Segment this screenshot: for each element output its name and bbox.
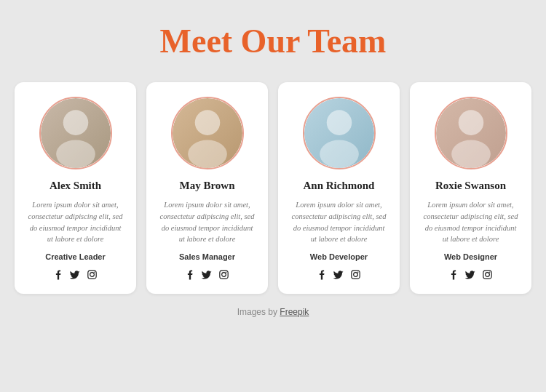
- svg-point-8: [222, 273, 226, 277]
- facebook-icon-ann[interactable]: [317, 270, 326, 282]
- avatar-roxie: [435, 97, 507, 169]
- svg-rect-17: [483, 271, 491, 279]
- avatar-alex: [39, 97, 112, 169]
- member-name-may: May Brown: [180, 180, 235, 192]
- svg-rect-2: [88, 271, 96, 279]
- svg-point-14: [357, 272, 358, 273]
- member-role-alex: Creative Leader: [45, 252, 106, 261]
- avatar-ann: [303, 97, 376, 169]
- facebook-icon-may[interactable]: [186, 270, 194, 282]
- facebook-icon-roxie[interactable]: [449, 270, 458, 282]
- social-icons-ann: [317, 270, 360, 282]
- svg-point-15: [458, 110, 483, 135]
- svg-point-10: [326, 110, 352, 135]
- social-icons-roxie: [449, 270, 492, 282]
- twitter-icon-roxie[interactable]: [465, 270, 475, 282]
- svg-point-16: [451, 140, 491, 168]
- instagram-icon-ann[interactable]: [351, 270, 360, 282]
- team-card-ann: Ann RichmondLorem ipsum dolor sit amet, …: [278, 82, 400, 294]
- twitter-icon-ann[interactable]: [333, 270, 344, 282]
- twitter-icon-alex[interactable]: [70, 270, 80, 282]
- member-bio-alex: Lorem ipsum dolor sit amet, consectetur …: [26, 199, 124, 245]
- svg-point-19: [489, 272, 490, 273]
- svg-point-3: [90, 273, 95, 277]
- member-role-roxie: Web Designer: [444, 252, 497, 261]
- page-title: Meet Our Team: [160, 22, 387, 60]
- member-bio-roxie: Lorem ipsum dolor sit amet, consectetur …: [422, 199, 520, 245]
- member-name-roxie: Roxie Swanson: [435, 180, 506, 192]
- facebook-icon-alex[interactable]: [54, 270, 63, 282]
- avatar-may: [171, 97, 244, 169]
- svg-point-11: [320, 140, 359, 168]
- member-bio-may: Lorem ipsum dolor sit amet, consectetur …: [158, 199, 256, 245]
- svg-point-0: [63, 110, 88, 135]
- member-role-may: Sales Manager: [179, 252, 235, 261]
- team-card-roxie: Roxie SwansonLorem ipsum dolor sit amet,…: [410, 82, 531, 294]
- team-card-alex: Alex SmithLorem ipsum dolor sit amet, co…: [15, 82, 136, 294]
- freepik-link[interactable]: Freepik: [280, 307, 309, 317]
- svg-point-1: [56, 140, 95, 168]
- member-role-ann: Web Developer: [310, 252, 368, 261]
- svg-point-9: [226, 272, 226, 273]
- twitter-icon-may[interactable]: [202, 270, 212, 282]
- svg-rect-12: [352, 271, 360, 279]
- social-icons-may: [186, 270, 229, 282]
- svg-point-6: [188, 140, 227, 168]
- instagram-icon-may[interactable]: [219, 270, 229, 282]
- instagram-icon-roxie[interactable]: [483, 270, 492, 282]
- svg-point-13: [354, 273, 358, 277]
- member-bio-ann: Lorem ipsum dolor sit amet, consectetur …: [290, 199, 388, 245]
- instagram-icon-alex[interactable]: [87, 270, 97, 282]
- team-card-may: May BrownLorem ipsum dolor sit amet, con…: [146, 82, 268, 294]
- footer-text: Images by Freepik: [237, 307, 309, 317]
- svg-point-5: [194, 110, 220, 135]
- team-grid: Alex SmithLorem ipsum dolor sit amet, co…: [15, 82, 531, 294]
- social-icons-alex: [54, 270, 97, 282]
- svg-point-4: [94, 272, 95, 273]
- member-name-alex: Alex Smith: [50, 180, 101, 192]
- svg-rect-7: [220, 271, 228, 279]
- member-name-ann: Ann Richmond: [304, 180, 375, 192]
- svg-point-18: [486, 273, 490, 277]
